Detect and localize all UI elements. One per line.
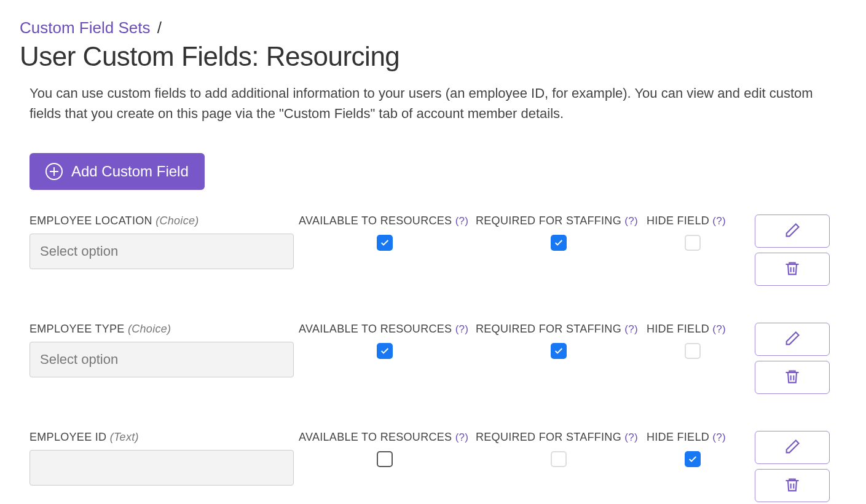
help-icon[interactable]: (?) bbox=[712, 323, 726, 335]
page-description: You can use custom fields to add additio… bbox=[30, 83, 848, 124]
checkbox-required[interactable] bbox=[551, 343, 567, 359]
breadcrumb-link-parent[interactable]: Custom Field Sets bbox=[20, 18, 150, 37]
pencil-icon bbox=[784, 222, 801, 241]
trash-icon bbox=[784, 260, 801, 279]
help-icon[interactable]: (?) bbox=[624, 431, 638, 443]
column-header-required: REQUIRED FOR STAFFING (?) bbox=[476, 215, 642, 227]
select-input[interactable]: Select option bbox=[30, 342, 294, 377]
field-name-label: EMPLOYEE ID (Text) bbox=[30, 431, 294, 444]
delete-button[interactable] bbox=[755, 361, 830, 394]
custom-field-row: EMPLOYEE ID (Text) AVAILABLE TO RESOURCE… bbox=[30, 431, 848, 502]
help-icon[interactable]: (?) bbox=[455, 215, 469, 227]
pencil-icon bbox=[784, 330, 801, 349]
add-button-label: Add Custom Field bbox=[71, 163, 189, 180]
help-icon[interactable]: (?) bbox=[455, 323, 469, 335]
pencil-icon bbox=[784, 438, 801, 457]
help-icon[interactable]: (?) bbox=[624, 323, 638, 335]
select-placeholder: Select option bbox=[40, 243, 118, 259]
column-header-available: AVAILABLE TO RESOURCES (?) bbox=[299, 323, 471, 336]
checkbox-hide[interactable] bbox=[685, 343, 701, 359]
edit-button[interactable] bbox=[755, 215, 830, 248]
text-input[interactable] bbox=[30, 450, 294, 486]
column-header-available: AVAILABLE TO RESOURCES (?) bbox=[299, 215, 471, 227]
checkbox-hide[interactable] bbox=[685, 451, 701, 467]
plus-circle-icon bbox=[45, 163, 63, 180]
help-icon[interactable]: (?) bbox=[624, 215, 638, 227]
checkbox-available[interactable] bbox=[377, 343, 393, 359]
field-type-hint: (Choice) bbox=[155, 215, 199, 227]
trash-icon bbox=[784, 368, 801, 387]
trash-icon bbox=[784, 476, 801, 495]
add-custom-field-button[interactable]: Add Custom Field bbox=[30, 153, 205, 190]
custom-field-row: EMPLOYEE TYPE (Choice) Select option AVA… bbox=[30, 323, 848, 394]
help-icon[interactable]: (?) bbox=[712, 215, 726, 227]
edit-button[interactable] bbox=[755, 323, 830, 356]
column-header-hide: HIDE FIELD (?) bbox=[647, 215, 739, 227]
checkbox-hide[interactable] bbox=[685, 235, 701, 251]
help-icon[interactable]: (?) bbox=[455, 431, 469, 443]
field-type-hint: (Text) bbox=[110, 431, 139, 443]
column-header-required: REQUIRED FOR STAFFING (?) bbox=[476, 323, 642, 336]
field-type-hint: (Choice) bbox=[128, 323, 171, 335]
select-input[interactable]: Select option bbox=[30, 234, 294, 269]
field-name-label: EMPLOYEE TYPE (Choice) bbox=[30, 323, 294, 336]
field-name-label: EMPLOYEE LOCATION (Choice) bbox=[30, 215, 294, 227]
checkbox-required[interactable] bbox=[551, 451, 567, 467]
checkbox-required[interactable] bbox=[551, 235, 567, 251]
checkbox-available[interactable] bbox=[377, 235, 393, 251]
column-header-available: AVAILABLE TO RESOURCES (?) bbox=[299, 431, 471, 444]
page-title: User Custom Fields: Resourcing bbox=[20, 41, 848, 72]
delete-button[interactable] bbox=[755, 469, 830, 502]
column-header-required: REQUIRED FOR STAFFING (?) bbox=[476, 431, 642, 444]
select-placeholder: Select option bbox=[40, 352, 118, 368]
help-icon[interactable]: (?) bbox=[712, 431, 726, 443]
edit-button[interactable] bbox=[755, 431, 830, 464]
delete-button[interactable] bbox=[755, 253, 830, 286]
checkbox-available[interactable] bbox=[377, 451, 393, 467]
column-header-hide: HIDE FIELD (?) bbox=[647, 431, 739, 444]
breadcrumb: Custom Field Sets / bbox=[20, 18, 848, 37]
custom-field-row: EMPLOYEE LOCATION (Choice) Select option… bbox=[30, 215, 848, 286]
column-header-hide: HIDE FIELD (?) bbox=[647, 323, 739, 336]
breadcrumb-separator: / bbox=[157, 18, 162, 37]
